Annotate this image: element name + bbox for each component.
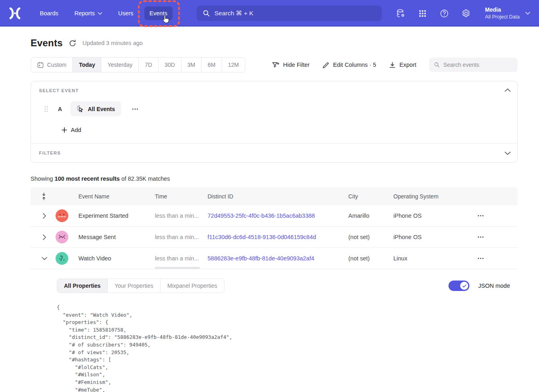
event-avatar-watch-video [56, 252, 68, 265]
row-distinct-id-link[interactable]: 5886283e-e9fb-48fb-81de-40e9093a2af4 [208, 255, 348, 262]
col-time[interactable]: Time [155, 193, 208, 200]
date-option-custom[interactable]: Custom [31, 58, 72, 72]
table-row-expanded[interactable]: Watch Video less than a min... 5886283e-… [31, 248, 518, 269]
data-management-icon[interactable] [396, 8, 406, 19]
global-search-input[interactable]: Search ⌘ + K [197, 6, 382, 21]
col-city[interactable]: City [348, 193, 393, 200]
nav-item-boards[interactable]: Boards [35, 6, 64, 20]
row-time: less than a min... [155, 255, 208, 262]
toggle-knob [460, 282, 468, 290]
project-scope: All Project Data [485, 14, 520, 21]
sort-order-icon[interactable] [41, 192, 47, 200]
row-os: iPhone OS [393, 234, 474, 240]
global-search-placeholder: Search ⌘ + K [214, 10, 253, 17]
add-label: Add [71, 127, 81, 133]
chevron-right-icon[interactable] [41, 213, 47, 219]
top-navbar: Boards Reports Users Events Search ⌘ + K [0, 0, 539, 27]
row-time: less than a min... [155, 213, 208, 219]
nav-item-users[interactable]: Users [113, 6, 139, 20]
chevron-down-icon[interactable] [504, 150, 511, 157]
refresh-icon[interactable] [69, 39, 76, 47]
date-option-yesterday[interactable]: Yesterday [101, 58, 138, 72]
event-selector-button[interactable]: All Events [70, 101, 121, 116]
col-os[interactable]: Operating System [393, 193, 474, 200]
event-row-letter: A [58, 106, 62, 112]
row-city: (not set) [348, 255, 393, 262]
project-switcher[interactable]: Media All Project Data [485, 6, 530, 21]
download-icon [389, 62, 396, 68]
event-selector-label: All Events [88, 106, 115, 112]
date-option-today[interactable]: Today [72, 58, 101, 72]
col-distinct-id[interactable]: Distinct ID [208, 193, 348, 200]
properties-tabs: All Properties Your Properties Mixpanel … [57, 279, 224, 293]
edit-columns-button[interactable]: Edit Columns · 5 [323, 62, 376, 68]
row-more-icon[interactable] [477, 255, 484, 262]
row-os: Linux [393, 255, 474, 262]
json-code: { "event": "Watch Video", "properties": … [57, 304, 510, 392]
nav-item-reports[interactable]: Reports [69, 6, 107, 20]
search-events-input[interactable] [443, 62, 513, 68]
drag-handle-icon[interactable] [44, 106, 49, 112]
row-city: (not set) [348, 234, 393, 240]
chevron-down-icon [98, 12, 102, 15]
chevron-down-icon [525, 12, 530, 15]
table-row[interactable]: Message Sent less than a min... f11c30d6… [31, 227, 518, 248]
json-mode-toggle[interactable] [448, 281, 469, 291]
tab-mixpanel-properties[interactable]: Mixpanel Properties [160, 279, 224, 293]
filters-label: FILTERS [39, 151, 509, 155]
tab-all-properties[interactable]: All Properties [57, 279, 107, 293]
last-updated-text: Updated 3 minutes ago [82, 40, 143, 46]
date-option-12m[interactable]: 12M [222, 58, 245, 72]
event-avatar-message [56, 231, 68, 243]
json-mode-label: JSON mode [478, 283, 510, 289]
chevron-right-icon[interactable] [41, 234, 47, 240]
date-option-6m[interactable]: 6M [201, 58, 221, 72]
nav-item-events-active[interactable]: Events [144, 6, 173, 20]
date-option-7d[interactable]: 7D [138, 58, 158, 72]
event-more-icon[interactable] [132, 105, 139, 113]
chevron-down-icon[interactable] [41, 256, 47, 262]
row-more-icon[interactable] [477, 212, 484, 219]
pencil-icon [323, 62, 329, 68]
chevron-up-icon[interactable] [504, 87, 511, 93]
date-option-30d[interactable]: 30D [158, 58, 181, 72]
row-event-name: Message Sent [78, 234, 155, 240]
sparkle-cursor-icon [76, 105, 84, 113]
row-more-icon[interactable] [477, 233, 484, 241]
row-event-name: Experiment Started [78, 213, 155, 219]
check-icon [462, 284, 467, 288]
event-avatar-experiment [56, 209, 68, 222]
select-event-label: SELECT EVENT [39, 88, 509, 93]
page-title: Events [31, 37, 63, 49]
table-horizontal-scrollbar[interactable] [155, 267, 200, 269]
help-icon[interactable] [439, 8, 449, 19]
plus-icon [62, 127, 67, 133]
events-table: Event Name Time Distinct ID City Operati… [31, 187, 518, 392]
hide-filter-button[interactable]: Hide Filter [272, 61, 310, 68]
row-distinct-id-link[interactable]: f11c30d6-dc6d-4518-9136-0d046159c84d [208, 234, 348, 240]
mixpanel-logo-icon[interactable] [8, 7, 22, 19]
add-event-button[interactable]: Add [62, 127, 81, 133]
export-label: Export [399, 62, 416, 68]
calendar-icon [37, 62, 44, 68]
results-summary: Showing 100 most recent results of 82.35… [31, 175, 518, 182]
hide-filter-label: Hide Filter [283, 62, 310, 68]
tab-your-properties[interactable]: Your Properties [107, 279, 160, 293]
results-count: 100 most recent results [55, 175, 120, 182]
event-properties-panel: All Properties Your Properties Mixpanel … [31, 269, 518, 392]
apps-grid-icon[interactable] [418, 8, 428, 19]
query-builder-card: SELECT EVENT A All Events [31, 81, 518, 163]
settings-gear-icon[interactable] [461, 8, 471, 19]
export-button[interactable]: Export [389, 62, 416, 68]
edit-columns-label: Edit Columns · 5 [333, 62, 376, 68]
main-content: Events Updated 3 minutes ago Custom Toda… [31, 37, 518, 392]
row-city: Amarillo [348, 213, 393, 219]
col-event-name[interactable]: Event Name [78, 193, 155, 200]
row-distinct-id-link[interactable]: 72d49553-25fc-4f0c-b436-1b5ac6ab3388 [208, 213, 348, 219]
project-name: Media [485, 6, 520, 14]
row-time: less than a min... [155, 234, 208, 240]
row-event-name: Watch Video [78, 255, 155, 262]
row-os: iPhone OS [393, 213, 474, 219]
date-option-3m[interactable]: 3M [181, 58, 201, 72]
table-row[interactable]: Experiment Started less than a min... 72… [31, 205, 518, 227]
